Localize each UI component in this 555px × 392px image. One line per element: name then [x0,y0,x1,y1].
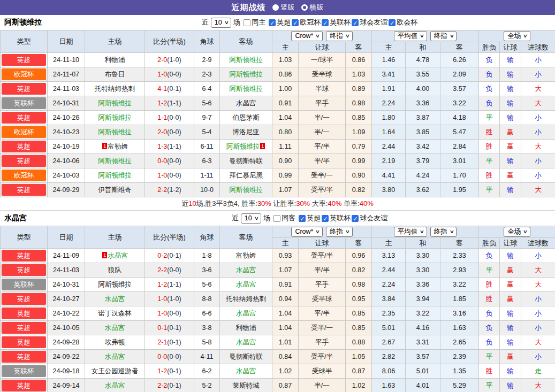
col-corner: 角球 [194,226,220,249]
home-team: 阿斯顿维拉 [85,96,145,111]
league-type-cell: 英超 [1,379,48,392]
avg-away: 2.39 [440,350,479,364]
table-row: 欧冠杯24-11-07布鲁日1-0(0-0)2-3阿斯顿维拉0.86受半球1.0… [1,67,555,82]
same-venue-label: 同客 [282,213,295,223]
score-cell: 2-2(1-2) [145,183,194,197]
team-name-text: 狼队 [108,266,121,274]
full-score: 0-0 [157,157,167,165]
odds-handicap: 平手 [299,335,346,350]
team-name-text: 诺丁汉森林 [98,310,132,317]
odds-away: 0.79 [346,140,372,154]
away-team: 阿斯顿维拉 [220,67,272,82]
half-score: (0-0) [167,157,181,165]
team-name-text: 水晶宫 [236,339,256,346]
average-select[interactable]: 平均值∨ [394,31,427,41]
avg-home: 2.44 [372,140,406,154]
league-type-cell: 英超 [1,263,48,278]
layout-radio-vertical[interactable]: 竖版 [272,3,295,12]
league-type-cell: 英超 [1,350,48,364]
games-count-select[interactable]: 10∨ [241,213,262,224]
corner-score: 9-7 [194,111,220,125]
score-cell: 1-0(0-0) [145,67,194,82]
odds-away: 1.03 [346,67,372,82]
league-filter-label: 欧冠杯 [300,18,321,27]
result-handicap: 输 [500,111,521,125]
subcol-avg-draw: 和 [406,238,440,249]
home-team: 埃弗顿 [85,335,145,350]
result-goals: 小 [521,292,555,306]
same-venue-checkbox[interactable]: 同主 [244,18,265,27]
result-handicap: 输 [500,249,521,263]
scope-select[interactable]: 全场∨ [504,227,530,237]
half-score: (1-0) [167,56,181,64]
avg-away: 1.85 [440,292,479,306]
col-home: 主场 [85,226,145,249]
layout-radio-horizontal[interactable]: 横版 [301,3,324,12]
odds-home: 0.86 [272,67,299,82]
avg-time-value: 终指 [434,32,447,40]
full-score: 0-2 [157,252,167,259]
league-type-cell: 英超 [1,335,48,350]
result-goals: 小 [521,111,555,125]
odds-home: 0.90 [272,154,299,168]
bookmaker-value: Crow* [295,228,313,236]
summary-segment: 10 [188,199,196,207]
games-count-select[interactable]: 10∨ [211,18,232,28]
league-filter-checkbox[interactable]: ✓欧会杯 [389,18,417,27]
team-name-text: 水晶宫 [236,266,256,274]
league-filter-checkbox[interactable]: ✓英联杯 [322,213,351,223]
corner-score: 1-8 [194,249,220,263]
col-away: 客场 [220,226,272,249]
result-outcome: 负 [479,249,500,263]
league-filter-checkbox[interactable]: ✓球会友谊 [352,18,387,27]
full-score: 0-0 [157,353,167,360]
league-badge: 英超 [2,293,46,305]
result-outcome: 胜 [479,364,500,379]
team-name-text: 阿斯顿维拉 [229,56,263,64]
league-badge: 英联杯 [2,97,46,109]
odds-dropdown-group: Crow*∨ 终指∨ [272,226,372,238]
result-outcome: 负 [479,335,500,350]
subcol-result-handicap: 让球 [500,238,521,249]
subcol-odds-handicap: 让球 [299,42,346,53]
result-outcome: 平 [479,154,500,168]
table-row: 英超24-09-28埃弗顿2-1(0-1)5-8水晶宫1.01平手0.882.6… [1,335,555,350]
full-score: 0-1 [157,324,167,332]
score-cell: 1-2(1-1) [145,278,194,292]
avg-away: 5.47 [440,125,479,140]
corner-score: 3-8 [194,321,220,335]
team-name-text: 阿斯顿维拉 [98,281,132,288]
checkbox-icon: ✓ [299,215,306,222]
team-name-text: 水晶宫 [236,367,256,375]
half-score: (0-0) [167,353,181,360]
score-cell: 0-0(0-0) [145,154,194,168]
col-away: 客场 [220,30,272,53]
avg-time-select[interactable]: 终指∨ [430,227,457,237]
filter-row: 阿斯顿维拉 近 10∨ 场 同主 ✓英超✓欧冠杯✓英联杯✓球会友谊✓欧会杯 [0,15,555,30]
bookmaker-select[interactable]: Crow*∨ [291,31,323,41]
score-cell: 1-1(0-0) [145,111,194,125]
avg-time-select[interactable]: 终指∨ [430,31,457,41]
odds-handicap: 受平/半 [299,249,346,263]
league-badge: 英超 [2,336,46,348]
home-team: 水晶宫 [85,350,145,364]
league-filter-checkbox[interactable]: ✓英超 [269,18,291,27]
odds-time-select[interactable]: 终指∨ [326,227,353,237]
average-select[interactable]: 平均值∨ [394,227,427,237]
corner-score: 2-9 [194,53,220,67]
col-score: 比分(半场) [145,30,194,53]
league-filter-checkbox[interactable]: ✓英超 [299,213,321,223]
league-filter-checkbox[interactable]: ✓欧冠杯 [292,18,321,27]
league-badge: 欧冠杯 [2,68,46,80]
league-filter-checkbox[interactable]: ✓英联杯 [322,18,351,27]
avg-draw: 3.55 [406,67,440,82]
odds-time-select[interactable]: 终指∨ [326,31,353,41]
checkbox-icon: ✓ [292,19,299,26]
avg-home: 3.84 [372,292,406,306]
bookmaker-select[interactable]: Crow*∨ [291,227,323,237]
full-score: 2-1 [157,339,167,346]
scope-select[interactable]: 全场∨ [504,31,530,41]
league-filter-checkbox[interactable]: ✓球会友谊 [352,213,387,223]
same-venue-checkbox[interactable]: 同客 [273,213,295,223]
odds-away: 0.96 [346,249,372,263]
